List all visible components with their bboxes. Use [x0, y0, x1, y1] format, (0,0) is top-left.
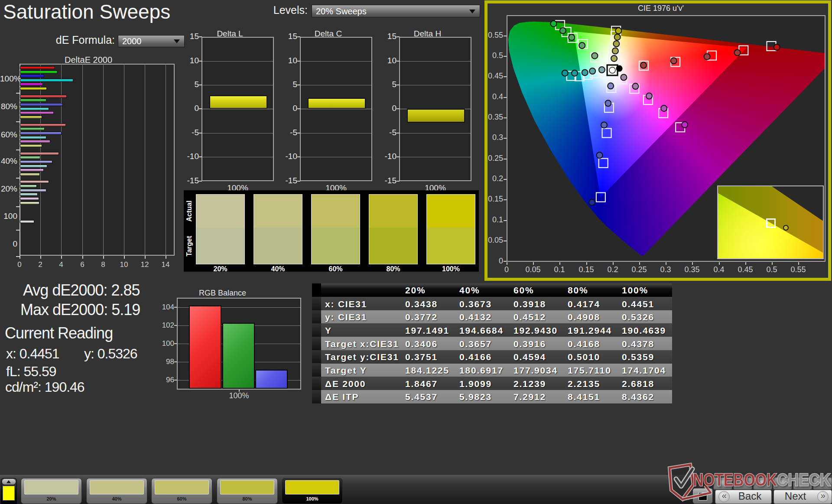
svg-text:NOTEBOOK: NOTEBOOK [693, 470, 777, 489]
svg-text:CHECK: CHECK [777, 470, 831, 489]
